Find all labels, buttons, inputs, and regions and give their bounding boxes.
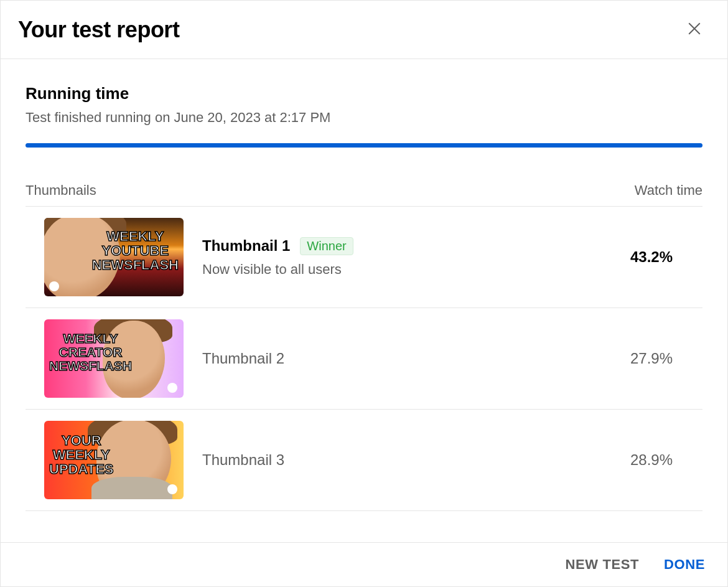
thumbnail-subtext: Now visible to all users (202, 261, 603, 278)
col-watch-time: Watch time (635, 182, 702, 199)
thumbnail-name: Thumbnail 3 (202, 451, 284, 469)
thumbnail-name: Thumbnail 2 (202, 350, 284, 367)
thumbnail-info: Thumbnail 3 (202, 451, 603, 469)
done-button[interactable]: DONE (664, 556, 705, 573)
watch-time-value: 27.9% (603, 350, 702, 367)
close-button[interactable] (681, 16, 707, 44)
column-headers: Thumbnails Watch time (26, 182, 702, 207)
running-time-heading: Running time (26, 84, 702, 103)
thumbnail-name: Thumbnail 1 (202, 237, 290, 255)
thumbnail-info: Thumbnail 1 Winner Now visible to all us… (202, 237, 603, 278)
thumbnail-info: Thumbnail 2 (202, 350, 603, 367)
winner-badge: Winner (300, 237, 353, 255)
dialog-body: Running time Test finished running on Ju… (1, 59, 727, 542)
thumbnail-row: WEEKLY YOUTUBE NEWSFLASH Thumbnail 1 Win… (26, 207, 702, 308)
thumbnail-image-2: WEEKLY CREATOR NEWSFLASH (44, 319, 184, 398)
thumbnail-row: WEEKLY CREATOR NEWSFLASH Thumbnail 2 27.… (26, 308, 702, 410)
watch-time-value: 43.2% (603, 248, 702, 266)
thumbnail-image-1: WEEKLY YOUTUBE NEWSFLASH (44, 218, 184, 296)
dialog-title: Your test report (18, 17, 179, 43)
thumbnail-row: YOUR WEEKLY UPDATES Thumbnail 3 28.9% (26, 410, 702, 511)
test-report-dialog: Your test report Running time Test finis… (0, 0, 728, 587)
new-test-button[interactable]: NEW TEST (566, 556, 639, 573)
watch-time-value: 28.9% (603, 451, 702, 469)
dialog-footer: NEW TEST DONE (1, 542, 727, 586)
thumbnail-image-3: YOUR WEEKLY UPDATES (44, 421, 184, 499)
progress-bar (26, 143, 702, 148)
col-thumbnails: Thumbnails (26, 182, 96, 199)
dialog-header: Your test report (1, 1, 727, 59)
running-time-status: Test finished running on June 20, 2023 a… (26, 110, 702, 126)
close-icon (685, 19, 704, 38)
